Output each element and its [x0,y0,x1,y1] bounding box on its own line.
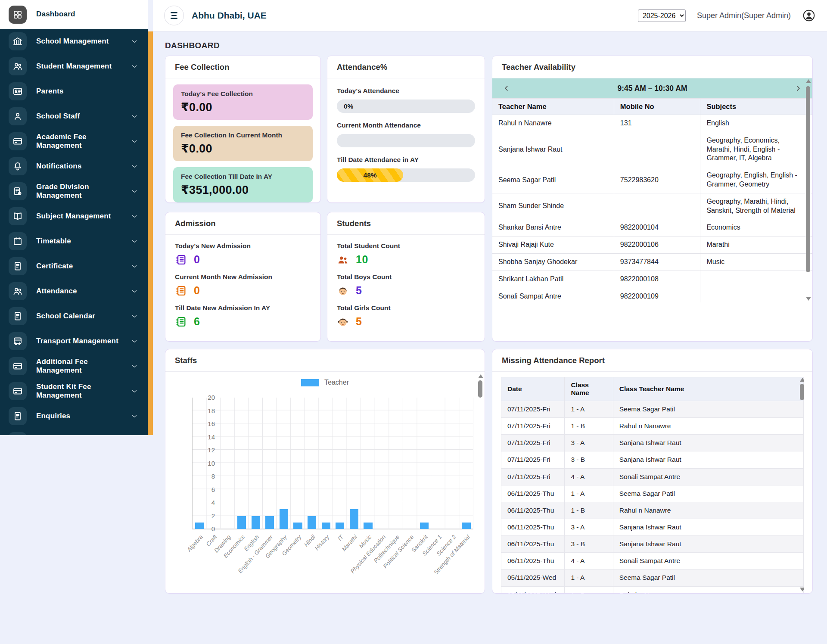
sidebar-item-label: Transport Management [36,337,136,345]
attendance-progress-value: 0% [344,100,353,113]
chart-x-axis: AlgebraCraftDrawingEconomicsEnglishEngli… [192,532,473,605]
chevron-down-icon [131,37,138,45]
table-cell: Seema Sagar Patil [613,401,803,418]
sidebar-item-certificate[interactable]: Certificate [0,254,148,279]
teacher-table-scrollbar[interactable] [805,78,811,302]
staffs-scrollbar[interactable] [477,373,484,589]
table-cell: 3 - B [565,451,613,468]
table-cell: 9373477844 [614,253,700,271]
sidebar-item-academic-fee-management[interactable]: Academic Fee Management [0,129,148,154]
next-slot-button[interactable] [793,83,804,94]
x-tick-label: Algebra [186,534,204,553]
chevron-down-icon [131,62,138,70]
sidebar-scrollbar[interactable] [148,31,153,435]
bar-it [336,523,344,529]
user-avatar-icon[interactable] [802,9,816,22]
sidebar-item-transport-management[interactable]: Transport Management [0,329,148,354]
table-cell: Geography, Marathi, Hindi, Sanskrit, Str… [700,193,812,219]
people-group-icon [337,254,349,266]
table-cell: Rahul n Nanawre [492,115,614,132]
students-item-total-girls-count: Total Girls Count5 [337,304,475,328]
table-cell [700,288,812,302]
fee-value: ₹351,000.00 [181,183,305,197]
bar-english [252,516,260,529]
table-cell: 7522983620 [614,167,700,193]
sidebar-item-dashboard[interactable]: Dashboard [0,0,148,29]
table-cell: Shrikant Lakhan Patil [492,271,614,288]
table-cell: Geography, Economics, Marathi, Hindi, En… [700,132,812,167]
sidebar-item-parents[interactable]: Parents [0,79,148,104]
sidebar-item-student-management[interactable]: Student Management [0,54,148,79]
legend-label: Teacher [324,379,349,386]
table-cell: 07/11/2025-Fri [501,418,565,435]
chevron-down-icon [131,112,138,120]
bar-slot [417,398,432,529]
table-row: 06/11/2025-Thu1 - ASeema Sagar Patil [501,485,804,502]
table-cell: 07/11/2025-Fri [501,401,565,418]
sidebar-item-student-kit-fee-management[interactable]: Student Kit Fee Management [0,379,148,404]
sidebar-item-timetable[interactable]: Timetable [0,229,148,254]
chevron-down-icon [131,137,138,145]
sidebar-item-enquiries[interactable]: Enquiries [0,404,148,429]
table-cell: 05/11/2025-Wed [501,569,565,586]
stat-value: 5 [356,284,362,297]
girl-face-icon [337,316,349,328]
column-header-teacher-name: Teacher Name [492,99,614,115]
sidebar-item-grade-division-management[interactable]: Grade Division Management [0,179,148,204]
sidebar-item-school-staff[interactable]: School Staff [0,104,148,129]
sidebar-item-label: Certificate [36,262,90,271]
fee-label: Fee Collection In Current Month [181,131,305,139]
sidebar-item-attendance[interactable]: Attendance [0,279,148,304]
admission-item-today-s-new-admission: Today's New Admission0 [175,242,311,266]
missing-table-scrollbar[interactable] [799,377,804,593]
table-cell: 1 - B [565,586,613,593]
table-cell: Geography, English, English - Grammer, G… [700,167,812,193]
table-row: 06/11/2025-Thu1 - BRahul n Nanawre [501,502,804,519]
sidebar-item-subject-management[interactable]: Subject Management [0,204,148,229]
time-slot-label: 9:45 AM – 10:30 AM [512,84,793,93]
fee-box-fee-collection-till-date-in-ay: Fee Collection Till Date In AY₹351,000.0… [173,167,313,202]
students-item-total-student-count: Total Student Count10 [337,242,475,266]
table-row: 05/11/2025-Wed1 - BRahul n Nanawre [501,586,804,593]
sidebar-item-additional-fee-management[interactable]: Additional Fee Management [0,354,148,379]
staffs-title: Staffs [165,349,485,372]
calendar-icon [9,232,27,250]
missing-attendance-table: DateClass NameClass Teacher Name 07/11/2… [501,377,804,593]
bar-slot [445,398,460,529]
sidebar-item-school-management[interactable]: School Management [0,29,148,54]
table-cell: Seema Sagar Patil [492,167,614,193]
stat-label: Till Date New Admission In AY [175,304,311,312]
sidebar-item-notifications[interactable]: Notifications [0,154,148,179]
sidebar-item-exam-results[interactable]: Exam & Results [0,429,148,435]
admission-item-till-date-new-admission-in-ay: Till Date New Admission In AY6 [175,304,311,328]
previous-slot-button[interactable] [501,83,512,94]
bus-icon [9,332,27,350]
sidebar-item-label: School Staff [36,112,97,121]
menu-toggle-button[interactable] [164,6,184,25]
attendance-item-today-s-attendance: Today's Attendance0% [337,87,475,113]
bar-slot [319,398,333,529]
table-row: 07/11/2025-Fri1 - BRahul n Nanawre [501,418,804,435]
table-cell: 9822000109 [614,288,700,302]
sidebar-item-label: Attendance [36,287,94,296]
sidebar-item-school-calendar[interactable]: School Calendar [0,304,148,329]
fee-value: ₹0.00 [181,142,305,156]
table-cell: Rahul n Nanawre [613,418,803,435]
table-cell: 9822000104 [614,219,700,236]
table-cell: Sanjana Ishwar Raut [613,536,803,553]
attendance-label: Today's Attendance [337,87,475,95]
sidebar-item-label: Student Kit Fee Management [36,383,139,400]
table-cell: 1 - B [565,418,613,435]
stat-value: 0 [194,284,200,297]
sidebar-item-label: School Management [36,37,126,46]
academic-year-select[interactable]: 2025-2026 [638,9,686,22]
table-cell [700,271,812,288]
attendance-percent-title: Attendance% [327,56,485,78]
chevron-down-icon [131,312,138,320]
building-gear-icon [9,182,27,200]
fee-box-today-s-fee-collection: Today's Fee Collection₹0.00 [173,84,313,120]
table-row: Sonali Sampat Antre9822000109 [492,288,812,302]
fee-value: ₹0.00 [181,100,305,114]
journal-icon [175,285,187,297]
journal-icon [175,254,187,266]
